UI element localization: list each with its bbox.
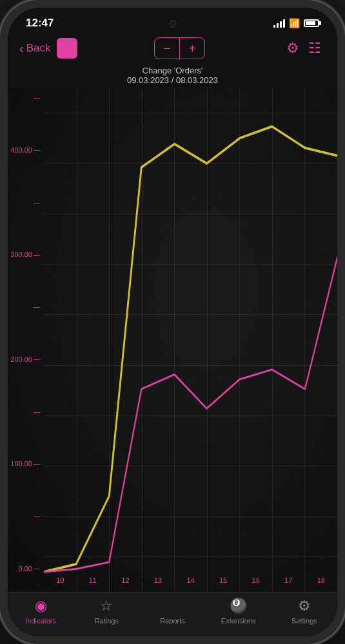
y-tick-mid2: —	[10, 303, 40, 310]
nav-item-settings[interactable]: ⚙ Settings	[271, 598, 337, 625]
list-icon: ☷	[308, 40, 321, 57]
extensions-icon: 🎱	[230, 598, 247, 614]
notch	[134, 14, 212, 33]
settings-button[interactable]: ⚙	[282, 37, 304, 59]
x-label-13: 13	[142, 576, 175, 584]
ratings-icon: ☆	[100, 598, 113, 614]
chart-lines-svg	[44, 88, 337, 574]
status-icons: 📶	[273, 18, 319, 28]
y-tick-300: 300.00 —	[10, 251, 40, 258]
nav-label-reports: Reports	[160, 617, 185, 625]
x-axis: 10 11 12 13 14 15 16 17 18	[44, 574, 337, 592]
pink-series-line	[44, 258, 337, 572]
signal-icon	[273, 19, 285, 28]
phone-screen: 12:47 📶 ‹ Back ⁤	[8, 8, 337, 636]
x-label-16: 16	[239, 576, 272, 584]
zoom-controls: − +	[154, 37, 205, 59]
status-time: 12:47	[26, 17, 54, 30]
zoom-out-button[interactable]: −	[155, 38, 179, 59]
chart-area[interactable]: — 400.00 — — 300.00 — —	[8, 88, 337, 592]
battery-icon	[304, 19, 319, 27]
nav-item-ratings[interactable]: ☆ Ratings	[74, 598, 139, 625]
bottom-nav: ◉ Indicators ☆ Ratings ⁤ Reports 🎱 Exten…	[8, 592, 337, 636]
camera	[169, 20, 177, 28]
x-label-10: 10	[44, 576, 77, 584]
nav-label-ratings: Ratings	[95, 617, 119, 625]
nav-label-extensions: Extensions	[221, 617, 256, 625]
x-label-11: 11	[77, 576, 110, 584]
back-label: Back	[26, 42, 51, 55]
y-tick-0: 0.00 —	[10, 565, 40, 573]
x-label-15: 15	[207, 576, 240, 584]
chart-plot: 10 11 12 13 14 15 16 17 18	[44, 88, 337, 592]
x-label-18: 18	[305, 576, 338, 584]
gear-icon: ⚙	[286, 40, 299, 57]
chart-title: Change 'Orders' 09.03.2023 / 08.03.2023	[8, 64, 337, 88]
y-tick-mid4: —	[10, 513, 40, 520]
phone-shell: 12:47 📶 ‹ Back ⁤	[0, 0, 345, 644]
chart-title-line2: 09.03.2023 / 08.03.2023	[8, 75, 337, 85]
wifi-icon: 📶	[289, 18, 300, 28]
back-chevron-icon: ‹	[19, 41, 24, 56]
y-tick-mid1: —	[10, 199, 40, 206]
x-label-14: 14	[174, 576, 207, 584]
y-tick-top: —	[10, 94, 40, 101]
nav-label-settings: Settings	[291, 617, 317, 625]
grid-button[interactable]: ⁤	[57, 38, 77, 59]
nav-label-indicators: Indicators	[25, 617, 56, 625]
indicators-icon: ◉	[35, 598, 47, 614]
chart-title-line1: Change 'Orders'	[8, 66, 337, 75]
y-tick-100: 100.00 —	[10, 460, 40, 468]
y-tick-200: 200.00 —	[10, 355, 40, 363]
zoom-in-button[interactable]: +	[180, 38, 204, 59]
chart-inner: — 400.00 — — 300.00 — —	[8, 88, 337, 592]
x-label-12: 12	[109, 576, 142, 584]
nav-item-indicators[interactable]: ◉ Indicators	[8, 598, 74, 625]
zoom-plus-icon: +	[188, 41, 196, 56]
x-label-17: 17	[272, 576, 305, 584]
back-button[interactable]: ‹ Back	[19, 41, 50, 56]
list-button[interactable]: ☷	[304, 37, 326, 59]
settings-nav-icon: ⚙	[298, 598, 311, 614]
nav-item-reports[interactable]: ⁤ Reports	[139, 598, 205, 625]
y-tick-mid3: —	[10, 408, 40, 415]
y-axis: — 400.00 — — 300.00 — —	[8, 88, 44, 592]
toolbar: ‹ Back ⁤ − + ⚙ ☷	[8, 32, 337, 64]
zoom-minus-icon: −	[163, 41, 171, 56]
y-tick-400: 400.00 —	[10, 146, 40, 154]
yellow-series-line	[44, 126, 337, 572]
nav-item-extensions[interactable]: 🎱 Extensions	[206, 598, 271, 625]
